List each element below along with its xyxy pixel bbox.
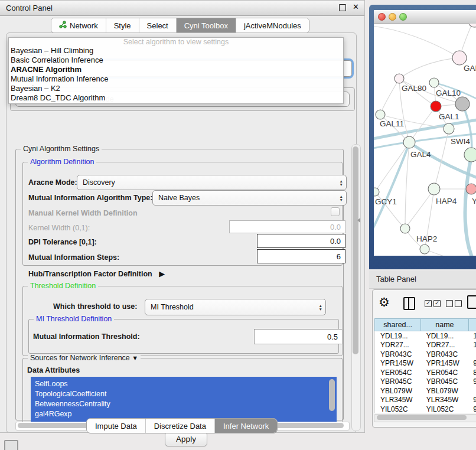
network-node-hap2[interactable] — [400, 224, 410, 233]
network-node[interactable] — [420, 244, 429, 254]
dropdown-item[interactable]: Bayesian – Hill Climbing — [11, 46, 343, 56]
mi-threshold-field[interactable]: 0.5 — [254, 329, 343, 344]
node-label: SWI4 — [451, 137, 470, 146]
close-traffic-light-icon[interactable] — [378, 13, 386, 21]
select-all-columns-icon[interactable]: ✓ ✓ — [425, 300, 441, 307]
network-window-titlebar[interactable] — [374, 10, 476, 24]
dpi-tolerance-field[interactable]: 0.0 — [257, 234, 345, 248]
tab-label: Select — [147, 21, 168, 30]
hub-definition-toggle[interactable]: Hub/Transcription Factor Definition ▶ — [28, 269, 165, 278]
which-threshold-combobox[interactable]: MI Threshold ▲▼ — [145, 299, 326, 315]
tab-jactivemnodules[interactable]: jActiveMNodules — [236, 18, 309, 32]
node-label: GAL1 — [439, 112, 459, 121]
network-edge — [405, 189, 434, 229]
attribute-item-topologicalcoefficient[interactable]: TopologicalCoefficient — [31, 389, 337, 399]
network-node-gal80[interactable] — [395, 74, 404, 83]
network-node[interactable] — [455, 97, 470, 111]
manual-kernel-checkbox[interactable] — [331, 207, 340, 216]
table-row[interactable]: YBR045CYBR045C9. — [375, 377, 476, 387]
minimized-window-icon[interactable] — [4, 440, 18, 450]
columns-icon[interactable] — [403, 297, 415, 310]
network-node-gal1[interactable] — [431, 101, 441, 112]
network-canvas[interactable]: GALGAL80GAL10GAL1GAL11SWI4GAL4GCY1HAP4YH… — [374, 24, 476, 256]
table-cell: YPR145W — [375, 359, 421, 367]
tab-cyni-toolbox[interactable]: Cyni Toolbox — [177, 18, 236, 32]
network-node-gal11[interactable] — [376, 110, 385, 119]
table-row[interactable]: YDR27...YDR27...12 — [375, 341, 476, 350]
bottom-tab-infer-network[interactable]: Infer Network — [215, 419, 277, 433]
column-header[interactable]: shared... — [374, 318, 421, 331]
threshold-definition-title: Threshold Definition — [28, 282, 98, 290]
close-icon[interactable]: ✕ — [353, 2, 359, 11]
combo-spinner-icon: ▲▼ — [340, 195, 343, 201]
node-label: GAL — [464, 64, 476, 73]
network-node[interactable] — [468, 24, 476, 27]
table-cell: 8. — [468, 369, 476, 377]
tab-network[interactable]: Network — [51, 18, 106, 32]
algorithm-dropdown-popup: Select algorithm to view settings Bayesi… — [8, 37, 344, 104]
float-window-icon[interactable] — [339, 4, 346, 11]
export-table-icon[interactable] — [467, 295, 476, 309]
table-cell: YBR043C — [375, 350, 421, 358]
settings-viewport: Cyni Algorithm Settings Algorithm Defini… — [14, 144, 349, 422]
dropdown-placeholder: Select algorithm to view settings — [9, 38, 343, 46]
network-node-y[interactable] — [466, 184, 476, 194]
network-node-swi4[interactable] — [444, 123, 454, 134]
mi-type-combobox[interactable]: Naive Bayes ▲▼ — [152, 190, 347, 206]
zoom-traffic-light-icon[interactable] — [399, 13, 407, 21]
table-row[interactable]: YBR043CYBR043C — [375, 350, 476, 359]
minimize-traffic-light-icon[interactable] — [389, 13, 396, 21]
table-cell: YBR045C — [375, 377, 421, 386]
table-row[interactable]: YLR345WYLR345W9. — [375, 396, 476, 405]
dropdown-item[interactable]: Basic Correlation Inference — [11, 56, 343, 65]
attribute-item-selfloops[interactable]: SelfLoops — [31, 379, 337, 389]
table-row[interactable]: YPR145WYPR145W9. — [375, 359, 476, 369]
dropdown-item[interactable]: Dream8 DC_TDC Algorithm — [11, 93, 343, 103]
table-header: shared...nameA — [374, 318, 476, 331]
mi-threshold-label: Mutual Information Threshold: — [33, 332, 140, 341]
combo-spinner-icon: ▲▼ — [319, 304, 322, 311]
apply-button[interactable]: Apply — [165, 432, 207, 446]
network-node-gal4[interactable] — [403, 136, 415, 148]
table-row[interactable]: YDL19...YDL19...13 — [375, 331, 476, 341]
table-row[interactable]: YBL079WYBL079W — [375, 386, 476, 396]
bottom-tab-discretize-data[interactable]: Discretize Data — [146, 419, 215, 433]
splitter-collapse-icon[interactable] — [357, 218, 360, 223]
unchecked-box-icon — [455, 300, 462, 307]
network-node[interactable] — [464, 148, 476, 162]
attributes-list-scrollbar[interactable] — [329, 379, 335, 411]
dropdown-item[interactable]: Bayesian – K2 — [11, 84, 343, 93]
network-node-gcy1[interactable] — [374, 188, 379, 196]
dropdown-item[interactable]: ARACNE Algorithm — [11, 65, 343, 74]
network-node-gal10[interactable] — [429, 78, 439, 87]
table-cell: YLR345W — [421, 396, 468, 404]
table-cell: YPR145W — [421, 359, 468, 367]
unselect-all-columns-icon[interactable] — [446, 300, 462, 307]
tab-style[interactable]: Style — [106, 18, 139, 32]
table-cell: 9. — [468, 359, 476, 367]
gear-icon[interactable]: ⚙ — [379, 296, 390, 309]
sources-group-title[interactable]: Sources for Network Inference ▼ — [28, 354, 141, 362]
checked-box-icon: ✓ — [425, 300, 432, 307]
mi-steps-field[interactable]: 6 — [257, 249, 345, 263]
dropdown-item[interactable]: Mutual Information Inference — [11, 74, 343, 84]
column-header[interactable]: A — [469, 318, 476, 331]
scrollbar-thumb[interactable] — [353, 146, 358, 354]
control-panel-titlebar: Control Panel ✕ — [0, 1, 364, 16]
vertical-scrollbar[interactable] — [351, 144, 361, 431]
table-cell: YLR345W — [375, 396, 421, 404]
network-node-hap4[interactable] — [428, 183, 440, 195]
table-row[interactable]: YIL052CYIL052C9 — [375, 405, 476, 413]
network-node-gal[interactable] — [452, 51, 467, 65]
data-attributes-list[interactable]: SelfLoopsTopologicalCoefficientBetweenne… — [31, 377, 337, 422]
tab-select[interactable]: Select — [139, 18, 177, 32]
dpi-tolerance-label: DPI Tolerance [0,1]: — [28, 238, 97, 246]
table-panel: ⚙ ✓ ✓ shared...nameA YDL19...YDL19...13Y… — [372, 289, 476, 428]
attribute-item-betweennesscentrality[interactable]: BetweennessCentrality — [31, 399, 337, 409]
scrollbar-thumb[interactable] — [377, 415, 467, 420]
table-row[interactable]: YER054CYER054C8. — [375, 368, 476, 377]
table-horizontal-scrollbar[interactable] — [374, 414, 476, 422]
aracne-mode-combobox[interactable]: Discovery ▲▼ — [77, 175, 347, 190]
column-header[interactable]: name — [421, 318, 468, 331]
bottom-tab-impute-data[interactable]: Impute Data — [87, 419, 146, 433]
